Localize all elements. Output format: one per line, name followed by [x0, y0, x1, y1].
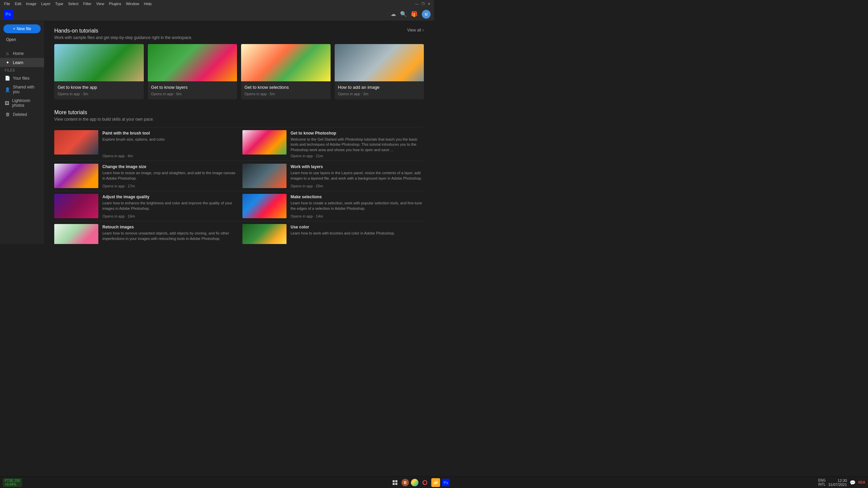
sidebar-item-your-files[interactable]: 📄 Your files	[0, 74, 44, 83]
more-tutorials-title: More tutorials	[54, 109, 424, 116]
tutorial-card-1[interactable]: Get to know layers Opens in app · 6m	[148, 44, 237, 99]
menu-help[interactable]: Help	[143, 1, 153, 6]
tutorial-info-1-left: Change the image size Learn how to resiz…	[102, 164, 236, 188]
tutorial-card-img-3	[335, 44, 424, 81]
sidebar-your-files-label: Your files	[13, 76, 29, 81]
user-avatar[interactable]: U	[422, 10, 431, 19]
cloud-icon[interactable]: ☁	[391, 11, 396, 17]
appbar-right: ☁ 🔍 🎁 U	[391, 10, 431, 19]
tutorial-row-0: Paint with the brush tool Explore brush …	[54, 127, 424, 161]
view-all-link[interactable]: View all ›	[407, 28, 424, 33]
maximize-button[interactable]: ❐	[420, 1, 425, 6]
menu-filter[interactable]: Filter	[82, 1, 93, 6]
tutorial-title-0-right: Get to know Photoshop	[291, 131, 424, 136]
tutorial-card-0[interactable]: Get to know the app Opens in app · 3m	[54, 44, 144, 99]
minimize-button[interactable]: —	[414, 1, 419, 6]
tutorial-desc-2-left: Learn how to enhance the brightness and …	[102, 201, 236, 213]
search-icon[interactable]: 🔍	[400, 11, 407, 17]
tutorial-desc-2-right: Learn how to create a selection, work wi…	[291, 201, 424, 213]
sidebar-learn-label: Learn	[13, 60, 23, 65]
new-file-button[interactable]: + New file	[3, 24, 41, 33]
main-layout: + New file Open ⌂ Home ✦ Learn FILES 📄 Y…	[0, 21, 434, 244]
tutorial-card-meta-0: Opens in app · 3m	[58, 92, 140, 96]
tutorial-row-1-right[interactable]: Work with layers Learn how to use layers…	[242, 164, 424, 188]
tutorial-desc-3-right: Learn how to work with brushes and color…	[291, 231, 424, 243]
menu-layer[interactable]: Layer	[40, 1, 52, 6]
tutorial-meta-0-right: Opens in app · 21m	[291, 154, 424, 158]
more-tutorials-grid: Paint with the brush tool Explore brush …	[54, 127, 424, 244]
tutorial-thumb-hot	[242, 194, 287, 218]
tutorial-thumb-flowers2	[54, 164, 98, 188]
sidebar-item-deleted[interactable]: 🗑 Deleted	[0, 110, 44, 119]
menu-select[interactable]: Select	[67, 1, 80, 6]
tutorial-meta-1-left: Opens in app · 17m	[102, 184, 236, 188]
menu-image[interactable]: Image	[25, 1, 38, 6]
tutorial-info-2-right: Make selections Learn how to create a se…	[291, 194, 424, 218]
tutorial-row-3-left[interactable]: Retouch images Learn how to remove unwan…	[54, 224, 236, 244]
tutorial-card-meta-1: Opens in app · 6m	[151, 92, 234, 96]
tutorial-title-3-left: Retouch images	[102, 225, 236, 229]
titlebar-controls: — ❐ ✕	[414, 1, 431, 6]
new-file-label: New file	[17, 26, 31, 31]
titlebar-menu: File Edit Image Layer Type Select Filter…	[3, 1, 153, 6]
tutorial-desc-0-right: Welcome to the Get Started with Photosho…	[291, 137, 424, 152]
tutorial-row-2-right[interactable]: Make selections Learn how to create a se…	[242, 194, 424, 218]
tutorial-info-3-left: Retouch images Learn how to remove unwan…	[102, 224, 236, 244]
tutorial-info-3-right: Use color Learn how to work with brushes…	[291, 224, 424, 244]
tutorial-card-3[interactable]: How to add an image Opens in app · 3m	[335, 44, 424, 99]
sidebar-lightroom-label: Lightroom photos	[12, 98, 39, 108]
menu-file[interactable]: File	[3, 1, 12, 6]
tutorial-card-img-2	[241, 44, 331, 81]
menu-edit[interactable]: Edit	[14, 1, 23, 6]
plus-icon: +	[13, 26, 15, 31]
tutorial-row-0-left[interactable]: Paint with the brush tool Explore brush …	[54, 130, 236, 158]
tutorial-card-body-2: Get to know selections Opens in app · 5m	[241, 81, 331, 99]
tutorial-thumb-purple	[54, 194, 98, 218]
tutorial-card-title-0: Get to know the app	[58, 85, 140, 90]
ps-logo: Ps	[3, 9, 13, 19]
tutorial-row-1: Change the image size Learn how to resiz…	[54, 161, 424, 191]
tutorial-row-3: Retouch images Learn how to remove unwan…	[54, 221, 424, 244]
tutorial-title-3-right: Use color	[291, 225, 424, 229]
sidebar-item-home[interactable]: ⌂ Home	[0, 49, 44, 58]
menu-plugins[interactable]: Plugins	[107, 1, 122, 6]
tutorial-thumb-woman-flowers	[54, 224, 98, 244]
open-button[interactable]: Open	[3, 36, 41, 43]
sidebar-home-label: Home	[13, 51, 24, 56]
tutorial-card-title-2: Get to know selections	[244, 85, 327, 90]
tutorial-card-title-3: How to add an image	[338, 85, 421, 90]
sidebar-item-lightroom-photos[interactable]: 🖼 Lightroom photos	[0, 96, 44, 110]
learn-icon: ✦	[5, 60, 10, 65]
more-tutorials-subtitle: View content in the app to build skills …	[54, 117, 424, 122]
menu-window[interactable]: Window	[124, 1, 140, 6]
tutorial-meta-0-left: Opens in app · 4m	[102, 154, 236, 158]
sidebar-deleted-label: Deleted	[13, 112, 27, 117]
tutorial-card-img-0	[54, 44, 144, 81]
tutorial-meta-2-left: Opens in app · 16m	[102, 214, 236, 218]
gifts-icon[interactable]: 🎁	[411, 11, 418, 17]
tutorial-info-2-left: Adjust the image quality Learn how to en…	[102, 194, 236, 218]
tutorial-row-1-left[interactable]: Change the image size Learn how to resiz…	[54, 164, 236, 188]
appbar-left: Ps	[3, 9, 13, 19]
tutorial-thumb-person	[242, 164, 287, 188]
tutorial-card-body-3: How to add an image Opens in app · 3m	[335, 81, 424, 99]
tutorial-card-2[interactable]: Get to know selections Opens in app · 5m	[241, 44, 331, 99]
hands-on-title: Hands-on tutorials	[54, 28, 192, 34]
menu-view[interactable]: View	[95, 1, 106, 6]
tutorial-row-2-left[interactable]: Adjust the image quality Learn how to en…	[54, 194, 236, 218]
sidebar-item-learn[interactable]: ✦ Learn	[0, 58, 44, 67]
tutorial-row-3-right[interactable]: Use color Learn how to work with brushes…	[242, 224, 424, 244]
menu-type[interactable]: Type	[54, 1, 65, 6]
tutorial-title-1-left: Change the image size	[102, 164, 236, 169]
tutorial-card-title-1: Get to know layers	[151, 85, 234, 90]
sidebar-item-shared-with-you[interactable]: 👤 Shared with you	[0, 83, 44, 96]
titlebar: File Edit Image Layer Type Select Filter…	[0, 0, 434, 7]
tutorial-info-1-right: Work with layers Learn how to use layers…	[291, 164, 424, 188]
tutorial-row-0-right[interactable]: Get to know Photoshop Welcome to the Get…	[242, 130, 424, 158]
tutorial-thumb-fish	[54, 130, 98, 155]
document-icon: 📄	[5, 76, 10, 81]
tutorial-title-2-right: Make selections	[291, 195, 424, 199]
tutorial-desc-0-left: Explore brush size, options, and color.	[102, 137, 236, 152]
close-button[interactable]: ✕	[427, 1, 431, 6]
tutorial-meta-1-right: Opens in app · 20m	[291, 184, 424, 188]
